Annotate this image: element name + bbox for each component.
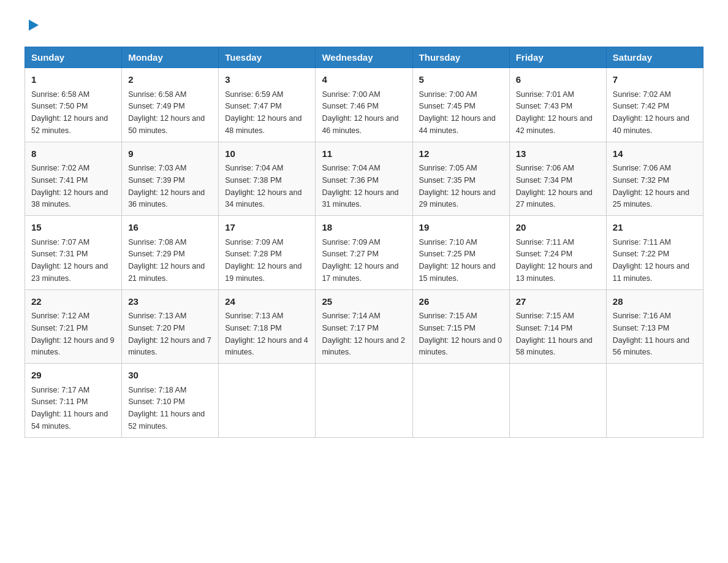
day-sunrise: Sunrise: 7:06 AM [613, 164, 671, 172]
day-sunset: Sunset: 7:32 PM [613, 176, 669, 185]
calendar-cell: 6 Sunrise: 7:01 AM Sunset: 7:43 PM Dayli… [509, 68, 606, 142]
calendar-cell: 23 Sunrise: 7:13 AM Sunset: 7:20 PM Dayl… [122, 289, 219, 364]
day-daylight: Daylight: 12 hours and 15 minutes. [419, 262, 496, 283]
day-sunrise: Sunrise: 7:18 AM [128, 386, 186, 394]
day-number: 26 [419, 295, 503, 309]
day-daylight: Daylight: 12 hours and 46 minutes. [322, 114, 398, 135]
day-number: 17 [225, 221, 309, 235]
day-sunrise: Sunrise: 7:12 AM [31, 312, 89, 320]
calendar-cell: 11 Sunrise: 7:04 AM Sunset: 7:36 PM Dayl… [316, 142, 412, 216]
day-sunrise: Sunrise: 6:58 AM [31, 90, 89, 99]
day-sunrise: Sunrise: 7:07 AM [31, 238, 89, 247]
day-number: 29 [31, 369, 115, 383]
day-number: 10 [225, 147, 309, 161]
day-daylight: Daylight: 12 hours and 48 minutes. [225, 114, 301, 135]
day-daylight: Daylight: 12 hours and 17 minutes. [322, 262, 398, 283]
calendar-cell: 5 Sunrise: 7:00 AM Sunset: 7:45 PM Dayli… [412, 68, 509, 142]
calendar-cell: 30 Sunrise: 7:18 AM Sunset: 7:10 PM Dayl… [122, 364, 219, 438]
column-header-tuesday: Tuesday [219, 47, 316, 68]
day-sunset: Sunset: 7:25 PM [419, 250, 476, 258]
day-daylight: Daylight: 12 hours and 19 minutes. [225, 262, 301, 283]
calendar-week-row: 22 Sunrise: 7:12 AM Sunset: 7:21 PM Dayl… [25, 289, 703, 364]
day-number: 22 [31, 295, 115, 309]
day-daylight: Daylight: 12 hours and 4 minutes. [225, 336, 308, 357]
calendar-cell: 7 Sunrise: 7:02 AM Sunset: 7:42 PM Dayli… [606, 68, 703, 142]
day-sunrise: Sunrise: 7:17 AM [31, 386, 89, 394]
calendar-cell: 10 Sunrise: 7:04 AM Sunset: 7:38 PM Dayl… [219, 142, 316, 216]
calendar-cell [219, 364, 316, 438]
logo-icon [26, 18, 40, 34]
day-number: 5 [419, 73, 503, 87]
calendar-cell: 27 Sunrise: 7:15 AM Sunset: 7:14 PM Dayl… [509, 289, 606, 364]
calendar-header-row: SundayMondayTuesdayWednesdayThursdayFrid… [25, 47, 703, 68]
day-number: 20 [516, 221, 600, 235]
calendar-cell: 22 Sunrise: 7:12 AM Sunset: 7:21 PM Dayl… [25, 289, 122, 364]
page-header [25, 18, 703, 34]
day-sunrise: Sunrise: 7:16 AM [613, 312, 671, 320]
day-number: 13 [516, 147, 600, 161]
calendar-cell: 24 Sunrise: 7:13 AM Sunset: 7:18 PM Dayl… [219, 289, 316, 364]
day-number: 18 [322, 221, 406, 235]
day-sunrise: Sunrise: 7:02 AM [31, 164, 89, 172]
day-sunset: Sunset: 7:10 PM [128, 397, 184, 406]
day-sunset: Sunset: 7:15 PM [419, 324, 476, 332]
day-sunset: Sunset: 7:24 PM [516, 250, 572, 258]
column-header-wednesday: Wednesday [316, 47, 412, 68]
day-number: 2 [128, 73, 212, 87]
day-sunrise: Sunrise: 7:01 AM [516, 90, 574, 99]
day-sunset: Sunset: 7:41 PM [31, 176, 88, 185]
day-number: 25 [322, 295, 406, 309]
calendar-cell: 28 Sunrise: 7:16 AM Sunset: 7:13 PM Dayl… [606, 289, 703, 364]
day-number: 7 [613, 73, 697, 87]
day-daylight: Daylight: 12 hours and 42 minutes. [516, 114, 593, 135]
day-daylight: Daylight: 11 hours and 58 minutes. [516, 336, 593, 357]
day-number: 21 [613, 221, 697, 235]
day-sunrise: Sunrise: 7:05 AM [419, 164, 477, 172]
day-sunrise: Sunrise: 7:11 AM [613, 238, 671, 247]
calendar-cell: 1 Sunrise: 6:58 AM Sunset: 7:50 PM Dayli… [25, 68, 122, 142]
day-sunset: Sunset: 7:46 PM [322, 102, 378, 110]
day-daylight: Daylight: 12 hours and 34 minutes. [225, 188, 301, 209]
day-sunset: Sunset: 7:29 PM [128, 250, 184, 258]
day-sunrise: Sunrise: 7:09 AM [225, 238, 283, 247]
day-sunset: Sunset: 7:11 PM [31, 397, 88, 406]
day-sunset: Sunset: 7:21 PM [31, 324, 88, 332]
day-daylight: Daylight: 12 hours and 31 minutes. [322, 188, 398, 209]
day-sunrise: Sunrise: 7:08 AM [128, 238, 186, 247]
day-sunrise: Sunrise: 7:03 AM [128, 164, 186, 172]
day-number: 30 [128, 369, 212, 383]
day-daylight: Daylight: 11 hours and 56 minutes. [613, 336, 689, 357]
calendar-cell: 25 Sunrise: 7:14 AM Sunset: 7:17 PM Dayl… [316, 289, 412, 364]
calendar-week-row: 15 Sunrise: 7:07 AM Sunset: 7:31 PM Dayl… [25, 216, 703, 290]
day-number: 28 [613, 295, 697, 309]
day-daylight: Daylight: 12 hours and 38 minutes. [31, 188, 108, 209]
day-sunset: Sunset: 7:17 PM [322, 324, 378, 332]
calendar-cell: 8 Sunrise: 7:02 AM Sunset: 7:41 PM Dayli… [25, 142, 122, 216]
calendar-cell: 20 Sunrise: 7:11 AM Sunset: 7:24 PM Dayl… [509, 216, 606, 290]
calendar-cell: 17 Sunrise: 7:09 AM Sunset: 7:28 PM Dayl… [219, 216, 316, 290]
calendar-cell: 26 Sunrise: 7:15 AM Sunset: 7:15 PM Dayl… [412, 289, 509, 364]
day-number: 9 [128, 147, 212, 161]
day-sunrise: Sunrise: 7:13 AM [128, 312, 186, 320]
calendar-cell: 4 Sunrise: 7:00 AM Sunset: 7:46 PM Dayli… [316, 68, 412, 142]
day-sunrise: Sunrise: 7:13 AM [225, 312, 283, 320]
calendar-cell: 9 Sunrise: 7:03 AM Sunset: 7:39 PM Dayli… [122, 142, 219, 216]
calendar-cell: 16 Sunrise: 7:08 AM Sunset: 7:29 PM Dayl… [122, 216, 219, 290]
day-number: 12 [419, 147, 503, 161]
day-sunset: Sunset: 7:43 PM [516, 102, 572, 110]
calendar-cell: 3 Sunrise: 6:59 AM Sunset: 7:47 PM Dayli… [219, 68, 316, 142]
day-sunset: Sunset: 7:28 PM [225, 250, 281, 258]
day-daylight: Daylight: 12 hours and 40 minutes. [613, 114, 689, 135]
calendar-week-row: 29 Sunrise: 7:17 AM Sunset: 7:11 PM Dayl… [25, 364, 703, 438]
day-number: 1 [31, 73, 115, 87]
day-daylight: Daylight: 12 hours and 0 minutes. [419, 336, 502, 357]
day-sunset: Sunset: 7:14 PM [516, 324, 572, 332]
calendar-cell [412, 364, 509, 438]
day-sunrise: Sunrise: 7:04 AM [322, 164, 380, 172]
day-sunset: Sunset: 7:45 PM [419, 102, 476, 110]
day-sunrise: Sunrise: 7:00 AM [322, 90, 380, 99]
day-sunset: Sunset: 7:34 PM [516, 176, 572, 185]
day-number: 16 [128, 221, 212, 235]
day-daylight: Daylight: 12 hours and 23 minutes. [31, 262, 108, 283]
day-daylight: Daylight: 12 hours and 9 minutes. [31, 336, 115, 357]
